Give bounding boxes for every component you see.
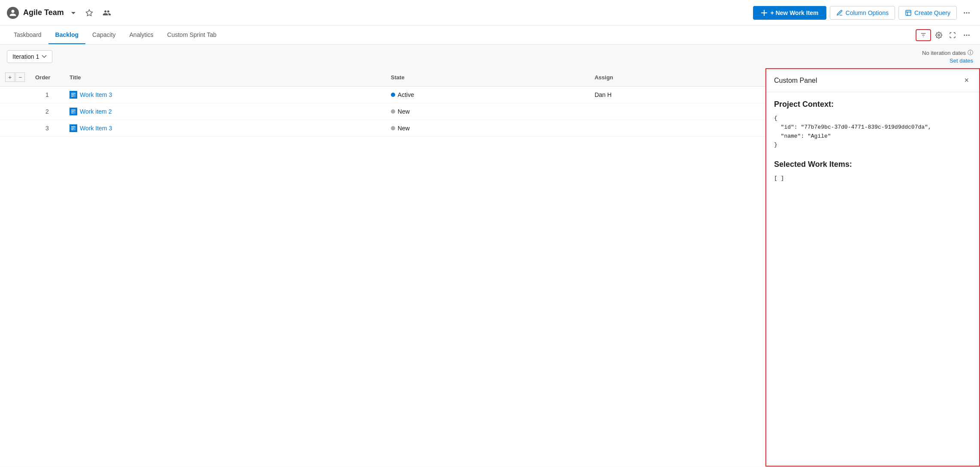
row-order-2: 3 <box>30 120 64 137</box>
table-header-row: + − Order Title State Assign <box>0 68 765 87</box>
work-item-icon-2 <box>70 124 77 132</box>
svg-point-3 <box>966 12 968 13</box>
iteration-dropdown[interactable]: Iteration 1 <box>7 50 52 63</box>
row-state-1: New <box>386 103 590 120</box>
row-actions-1 <box>0 103 30 120</box>
favorite-button[interactable] <box>83 7 96 18</box>
state-label-2: New <box>398 125 410 132</box>
row-title-0: Work Item 3 <box>64 87 386 103</box>
row-title-text-2[interactable]: Work Item 3 <box>80 125 112 132</box>
custom-panel-title: Custom Panel <box>774 77 817 84</box>
row-state-0: Active <box>386 87 590 103</box>
iteration-dates-info: No iteration dates ⓘ Set dates <box>922 49 973 64</box>
table-row: 3 Work Item 3 New <box>0 120 765 137</box>
row-assignee-0: Dan H <box>590 87 765 103</box>
state-dot-1 <box>391 109 395 114</box>
col-add-remove: + − <box>0 68 30 87</box>
row-title-text-0[interactable]: Work Item 3 <box>80 91 112 98</box>
work-item-icon-0 <box>70 91 77 99</box>
iteration-chevron-icon <box>42 54 47 59</box>
fullscreen-button[interactable] <box>947 29 959 41</box>
row-order-1: 2 <box>30 103 64 120</box>
svg-point-11 <box>968 34 970 36</box>
header-right: + New Work Item Column Options Create Qu… <box>753 6 973 20</box>
left-panel: + − Order Title State Assign <box>0 68 765 467</box>
work-items-body: 1 Work Item 3 Active Dan H 2 <box>0 87 765 137</box>
tab-taskboard[interactable]: Taskboard <box>7 26 48 44</box>
team-avatar <box>7 7 19 19</box>
col-header-title: Title <box>64 68 386 87</box>
tab-capacity[interactable]: Capacity <box>85 26 122 44</box>
new-work-item-button[interactable]: + New Work Item <box>753 6 826 20</box>
sub-nav: Taskboard Backlog Capacity Analytics Cus… <box>0 26 980 45</box>
iteration-row: Iteration 1 No iteration dates ⓘ Set dat… <box>0 45 980 68</box>
selected-work-items-value: [ ] <box>774 174 971 183</box>
tab-analytics[interactable]: Analytics <box>123 26 160 44</box>
work-item-icon-1 <box>70 108 77 115</box>
state-dot-2 <box>391 126 395 130</box>
add-item-button[interactable]: + <box>5 72 15 82</box>
custom-panel-header: Custom Panel × <box>766 69 979 92</box>
settings-button[interactable] <box>933 29 945 41</box>
custom-panel-body: Project Context: { "id": "77b7e9bc-37d0-… <box>766 92 979 201</box>
tab-backlog[interactable]: Backlog <box>48 26 85 44</box>
top-header: Agile Team + New Work Item Column Option… <box>0 0 980 26</box>
project-context-json: { "id": "77b7e9bc-37d0-4771-839c-919d9dd… <box>774 114 971 150</box>
tab-custom-sprint[interactable]: Custom Sprint Tab <box>160 26 224 44</box>
header-left: Agile Team <box>7 7 114 19</box>
svg-point-4 <box>968 12 970 13</box>
table-row: 1 Work Item 3 Active Dan H <box>0 87 765 103</box>
row-title-2: Work Item 3 <box>64 120 386 137</box>
close-panel-button[interactable]: × <box>962 75 971 86</box>
create-query-button[interactable]: Create Query <box>898 6 957 20</box>
row-assignee-1 <box>590 103 765 120</box>
project-context-title: Project Context: <box>774 100 971 109</box>
team-name: Agile Team <box>23 8 64 17</box>
col-header-order: Order <box>30 68 64 87</box>
row-title-1: Work item 2 <box>64 103 386 120</box>
main-area: + − Order Title State Assign <box>0 68 980 467</box>
subnav-more-button[interactable] <box>960 29 973 42</box>
svg-marker-0 <box>86 9 92 15</box>
row-actions-2 <box>0 120 30 137</box>
row-title-text-1[interactable]: Work item 2 <box>80 108 112 115</box>
work-items-table: + − Order Title State Assign <box>0 68 765 137</box>
info-icon: ⓘ <box>968 49 973 57</box>
svg-point-8 <box>938 34 940 36</box>
col-header-state: State <box>386 68 590 87</box>
col-header-assignee: Assign <box>590 68 765 87</box>
filter-button[interactable] <box>916 29 931 41</box>
header-more-button[interactable] <box>960 6 973 19</box>
svg-point-2 <box>964 12 965 13</box>
svg-point-9 <box>964 34 965 36</box>
row-actions-0 <box>0 87 30 103</box>
iteration-label: Iteration 1 <box>12 53 39 60</box>
svg-rect-1 <box>906 10 911 15</box>
no-iteration-dates-text: No iteration dates <box>922 50 966 56</box>
state-dot-0 <box>391 93 395 97</box>
row-order-0: 1 <box>30 87 64 103</box>
state-label-1: New <box>398 108 410 115</box>
svg-point-10 <box>966 34 968 36</box>
custom-panel: Custom Panel × Project Context: { "id": … <box>765 68 980 467</box>
table-row: 2 Work item 2 New <box>0 103 765 120</box>
set-dates-link[interactable]: Set dates <box>950 57 973 64</box>
selected-work-items-title: Selected Work Items: <box>774 160 971 169</box>
team-dropdown-button[interactable] <box>68 9 79 17</box>
nav-tabs: Taskboard Backlog Capacity Analytics Cus… <box>7 26 223 44</box>
row-state-2: New <box>386 120 590 137</box>
column-options-button[interactable]: Column Options <box>830 6 895 20</box>
sub-nav-right <box>916 29 973 42</box>
state-label-0: Active <box>398 91 414 98</box>
remove-item-button[interactable]: − <box>15 72 25 82</box>
team-members-button[interactable] <box>100 7 114 19</box>
row-assignee-2 <box>590 120 765 137</box>
